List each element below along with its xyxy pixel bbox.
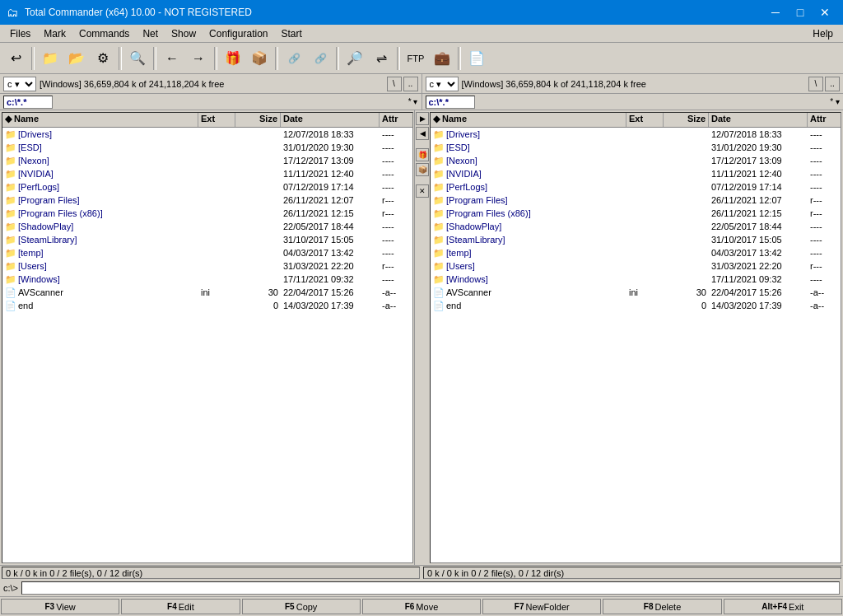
toolbar-btn-briefcase[interactable]: 💼 xyxy=(430,46,454,71)
toolbar-btn-nav-back[interactable]: ← xyxy=(160,46,184,71)
toolbar-btn-sync2[interactable]: 🔗 xyxy=(308,46,333,71)
list-item[interactable]: 📄 AVScanner ini 30 22/04/2017 15:26 -a-- xyxy=(431,286,841,299)
right-col-date[interactable]: Date xyxy=(709,113,808,127)
toolbar-btn-find[interactable]: 🔎 xyxy=(342,46,367,71)
close-button[interactable]: ✕ xyxy=(813,3,836,21)
left-filter-btn[interactable]: * ▾ xyxy=(408,97,418,106)
toolbar-btn-ftp[interactable]: FTP xyxy=(403,46,428,71)
left-drive-dotdot[interactable]: .. xyxy=(403,77,418,91)
fkey-f8-label: Delete xyxy=(654,602,681,612)
right-drive-dotdot[interactable]: .. xyxy=(825,77,840,91)
list-item[interactable]: 📁 [Windows] 17/11/2021 09:32 ---- xyxy=(431,273,841,286)
left-col-attr[interactable]: Attr xyxy=(380,113,412,127)
file-attr: ---- xyxy=(808,235,841,245)
list-item[interactable]: 📄 end 0 14/03/2020 17:39 -a-- xyxy=(2,299,412,312)
toolbar-btn-back[interactable]: ↩ xyxy=(3,46,28,71)
cmd-bar: c:\> xyxy=(0,580,843,596)
toolbar-btn-copy-folder[interactable]: 📂 xyxy=(64,46,89,71)
file-size: 0 xyxy=(235,301,281,310)
menu-mark[interactable]: Mark xyxy=(37,26,72,41)
toolbar-btn-pack[interactable]: 🎁 xyxy=(221,46,245,71)
list-item[interactable]: 📁 [Program Files (x86)] 26/11/2021 12:15… xyxy=(431,207,841,220)
list-item[interactable]: 📁 [NVIDIA] 11/11/2021 12:40 ---- xyxy=(431,167,841,180)
toolbar-btn-sync1[interactable]: 🔗 xyxy=(282,46,306,71)
file-icon: 📄 xyxy=(5,301,16,311)
list-item[interactable]: 📁 [Program Files (x86)] 26/11/2021 12:15… xyxy=(2,207,412,220)
file-name: 📁 [Program Files (x86)] xyxy=(431,208,626,219)
side-btn-copy-right[interactable]: ▶ xyxy=(416,112,429,125)
toolbar-btn-search[interactable]: 🔍 xyxy=(125,46,150,71)
menu-show[interactable]: Show xyxy=(165,26,203,41)
right-col-ext[interactable]: Ext xyxy=(626,113,664,127)
list-item[interactable]: 📁 [temp] 04/03/2017 13:42 ---- xyxy=(431,246,841,259)
list-item[interactable]: 📁 [ShadowPlay] 22/05/2017 18:44 ---- xyxy=(431,220,841,233)
right-col-size[interactable]: Size xyxy=(664,113,709,127)
list-item[interactable]: 📁 [Nexon] 17/12/2017 13:09 ---- xyxy=(2,154,412,167)
list-item[interactable]: 📁 [temp] 04/03/2017 13:42 ---- xyxy=(2,246,412,259)
menu-commands[interactable]: Commands xyxy=(72,26,136,41)
toolbar-btn-nav-forward[interactable]: → xyxy=(186,46,211,71)
right-col-name[interactable]: ◆ Name xyxy=(431,113,626,127)
left-drive-info: [Windows] 36,659,804 k of 241,118,204 k … xyxy=(40,79,224,89)
cmd-input[interactable] xyxy=(21,581,840,595)
file-name-text: [Program Files] xyxy=(446,195,508,205)
side-btn-move-left[interactable]: 📦 xyxy=(416,163,429,176)
list-item[interactable]: 📁 [PerfLogs] 07/12/2019 17:14 ---- xyxy=(431,180,841,194)
list-item[interactable]: 📁 [Drivers] 12/07/2018 18:33 ---- xyxy=(2,128,412,141)
list-item[interactable]: 📁 [Program Files] 26/11/2021 12:07 r--- xyxy=(431,194,841,207)
left-drive-select[interactable]: c ▾ xyxy=(3,77,36,91)
fkey-f5[interactable]: F5 Copy xyxy=(242,599,361,614)
side-btn-move-right[interactable]: 🎁 xyxy=(416,148,429,161)
right-file-list[interactable]: 📁 [Drivers] 12/07/2018 18:33 ---- 📁 [ESD… xyxy=(431,128,841,562)
list-item[interactable]: 📁 [Windows] 17/11/2021 09:32 ---- xyxy=(2,273,412,286)
left-file-list[interactable]: 📁 [Drivers] 12/07/2018 18:33 ---- 📁 [ESD… xyxy=(2,128,412,562)
toolbar-btn-viewer[interactable]: 📄 xyxy=(464,46,489,71)
list-item[interactable]: 📁 [ShadowPlay] 22/05/2017 18:44 ---- xyxy=(2,220,412,233)
list-item[interactable]: 📁 [SteamLibrary] 31/10/2017 15:05 ---- xyxy=(431,233,841,246)
left-col-name[interactable]: ◆ Name xyxy=(2,113,198,127)
menu-configuration[interactable]: Configuration xyxy=(203,26,274,41)
toolbar-btn-compare[interactable]: ⇌ xyxy=(369,46,394,71)
minimize-button[interactable]: ─ xyxy=(764,3,787,21)
toolbar-btn-unpack[interactable]: 📦 xyxy=(247,46,272,71)
fkey-f8[interactable]: F8 Delete xyxy=(603,599,721,614)
list-item[interactable]: 📁 [PerfLogs] 07/12/2019 17:14 ---- xyxy=(2,180,412,194)
list-item[interactable]: 📄 end 0 14/03/2020 17:39 -a-- xyxy=(431,299,841,312)
menu-net[interactable]: Net xyxy=(136,26,165,41)
file-date: 31/03/2021 22:20 xyxy=(709,261,808,271)
toolbar-sep-1 xyxy=(31,47,35,70)
menu-start[interactable]: Start xyxy=(274,26,308,41)
toolbar-btn-folder[interactable]: 📁 xyxy=(38,46,63,71)
side-btn-delete[interactable]: ✕ xyxy=(416,184,429,198)
list-item[interactable]: 📁 [Nexon] 17/12/2017 13:09 ---- xyxy=(431,154,841,167)
maximize-button[interactable]: □ xyxy=(789,3,812,21)
fkey-f6[interactable]: F6 Move xyxy=(362,599,481,614)
menu-files[interactable]: Files xyxy=(3,26,37,41)
fkey-altf4[interactable]: Alt+F4 Exit xyxy=(724,599,842,614)
list-item[interactable]: 📄 AVScanner ini 30 22/04/2017 15:26 -a-- xyxy=(2,286,412,299)
left-col-date[interactable]: Date xyxy=(281,113,380,127)
fkey-f3[interactable]: F3 View xyxy=(1,599,119,614)
list-item[interactable]: 📁 [Users] 31/03/2021 22:20 r--- xyxy=(431,259,841,273)
toolbar-btn-tools[interactable]: ⚙ xyxy=(91,46,115,71)
right-col-attr[interactable]: Attr xyxy=(808,113,841,127)
file-name: 📁 [NVIDIA] xyxy=(431,169,626,180)
list-item[interactable]: 📁 [ESD] 31/01/2020 19:30 ---- xyxy=(431,141,841,154)
menu-help[interactable]: Help xyxy=(806,26,840,41)
fkey-f4[interactable]: F4 Edit xyxy=(121,599,240,614)
left-col-ext[interactable]: Ext xyxy=(198,113,235,127)
left-status: 0 k / 0 k in 0 / 2 file(s), 0 / 12 dir(s… xyxy=(2,567,420,579)
list-item[interactable]: 📁 [SteamLibrary] 31/10/2017 15:05 ---- xyxy=(2,233,412,246)
list-item[interactable]: 📁 [Drivers] 12/07/2018 18:33 ---- xyxy=(431,128,841,141)
list-item[interactable]: 📁 [NVIDIA] 11/11/2021 12:40 ---- xyxy=(2,167,412,180)
left-drive-backslash[interactable]: \ xyxy=(387,77,402,91)
list-item[interactable]: 📁 [Program Files] 26/11/2021 12:07 r--- xyxy=(2,194,412,207)
right-drive-backslash[interactable]: \ xyxy=(808,77,823,91)
fkey-f7[interactable]: F7 NewFolder xyxy=(482,599,601,614)
side-btn-copy-left[interactable]: ◀ xyxy=(416,127,429,140)
right-drive-select[interactable]: c ▾ xyxy=(426,77,459,91)
list-item[interactable]: 📁 [ESD] 31/01/2020 19:30 ---- xyxy=(2,141,412,154)
left-col-size[interactable]: Size xyxy=(235,113,281,127)
right-filter-btn[interactable]: * ▾ xyxy=(830,97,840,106)
list-item[interactable]: 📁 [Users] 31/03/2021 22:20 r--- xyxy=(2,259,412,273)
